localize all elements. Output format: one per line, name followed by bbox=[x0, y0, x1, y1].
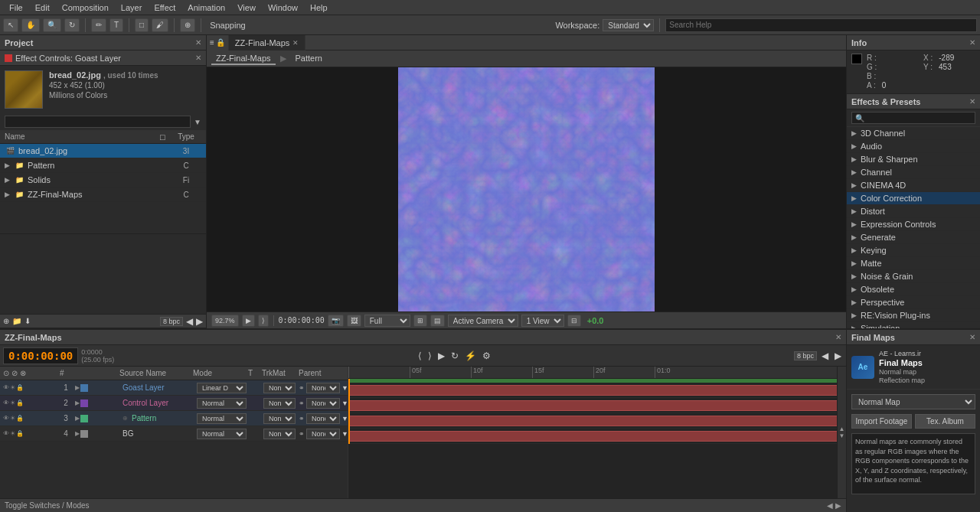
layer3-parent-select[interactable]: None bbox=[306, 413, 340, 424]
hand-tool[interactable]: ✋ bbox=[21, 18, 40, 32]
tl-nav-prev[interactable]: ◀ bbox=[820, 349, 830, 363]
layer4-mode-select[interactable]: Normal bbox=[197, 429, 247, 439]
zoom-display[interactable]: 92.7% bbox=[211, 315, 239, 327]
left-nav-prev[interactable]: ◀ bbox=[186, 316, 193, 327]
menu-effect[interactable]: Effect bbox=[148, 2, 181, 14]
layer3-link[interactable]: ⚭ bbox=[299, 415, 305, 422]
layer1-color[interactable] bbox=[80, 384, 88, 392]
effect-cinema4d[interactable]: ▶ CINEMA 4D bbox=[847, 179, 980, 192]
comp-lock-btn[interactable]: 🔒 bbox=[216, 38, 225, 47]
pen-tool[interactable]: ✏ bbox=[91, 18, 106, 32]
zoom-tool[interactable]: 🔍 bbox=[43, 18, 61, 32]
comp-subtab-zz[interactable]: ZZ-Final-Maps bbox=[211, 53, 276, 65]
effect-blur[interactable]: ▶ Blur & Sharpen bbox=[847, 153, 980, 166]
layer1-tikmat-select[interactable]: None bbox=[263, 383, 296, 393]
effect-obsolete[interactable]: ▶ Obsolete bbox=[847, 283, 980, 296]
layer3-mode[interactable]: Normal bbox=[197, 413, 249, 424]
workspace-select[interactable]: Standard bbox=[603, 19, 654, 31]
layer4-parent-select[interactable]: None bbox=[306, 429, 340, 439]
rotate-tool[interactable]: ↻ bbox=[64, 18, 80, 32]
play-btn[interactable]: ▶ bbox=[242, 315, 255, 327]
show-snapshot-btn[interactable]: 🖼 bbox=[347, 315, 361, 327]
timeline-playhead[interactable] bbox=[348, 379, 350, 444]
layer2-mode-select[interactable]: Normal bbox=[197, 398, 247, 409]
file-item-zzfinalmaps[interactable]: ▶ 📁 ZZ-Final-Maps C bbox=[0, 188, 206, 202]
file-item-pattern[interactable]: ▶ 📁 Pattern C bbox=[0, 158, 206, 173]
comp-tab-close[interactable]: ✕ bbox=[292, 39, 299, 47]
layer4-mode[interactable]: Normal bbox=[197, 429, 249, 439]
view-select[interactable]: 1 View bbox=[521, 315, 564, 327]
effect-revision[interactable]: ▶ RE:Vision Plug-ins bbox=[847, 309, 980, 322]
layer4-parent-arrow[interactable]: ▼ bbox=[341, 430, 348, 438]
tex-album-btn[interactable]: Tex. Album bbox=[915, 414, 975, 429]
toggle-switches[interactable]: Toggle Switches / Modes bbox=[5, 501, 90, 510]
layer4-eye[interactable]: 👁 bbox=[3, 430, 9, 437]
project-panel-close[interactable]: ✕ bbox=[195, 38, 201, 47]
snapshot-btn[interactable]: 📷 bbox=[328, 315, 344, 327]
tl-play[interactable]: ▶ bbox=[436, 349, 446, 363]
final-maps-close[interactable]: ✕ bbox=[969, 333, 975, 341]
layer3-expand[interactable]: ▶ bbox=[75, 415, 80, 422]
layer2-link[interactable]: ⚭ bbox=[299, 399, 305, 407]
select-tool[interactable]: ↖ bbox=[3, 18, 18, 32]
frame-step[interactable]: ⟩ bbox=[258, 315, 269, 327]
track-bar-3[interactable] bbox=[348, 416, 846, 426]
left-nav-next[interactable]: ▶ bbox=[196, 316, 203, 327]
layer2-solo[interactable]: ☀ bbox=[10, 399, 15, 406]
tl-loop[interactable]: ↻ bbox=[449, 349, 460, 363]
effect-expression[interactable]: ▶ Expression Controls bbox=[847, 218, 980, 231]
comp-subtab-pattern[interactable]: Pattern bbox=[291, 53, 327, 65]
status-nav[interactable]: ◀ ▶ bbox=[827, 501, 841, 510]
tl-prev-frame[interactable]: ⟨ bbox=[416, 349, 423, 363]
effect-controls-close[interactable]: ✕ bbox=[195, 54, 201, 62]
effect-keying[interactable]: ▶ Keying bbox=[847, 244, 980, 257]
layer3-lock[interactable]: 🔒 bbox=[16, 415, 24, 422]
effect-channel[interactable]: ▶ Channel bbox=[847, 166, 980, 179]
layer3-comp-icon[interactable]: ⊕ bbox=[122, 415, 128, 422]
menu-window[interactable]: Window bbox=[262, 2, 304, 14]
tl-ram-preview[interactable]: ⚡ bbox=[463, 349, 478, 363]
layer3-mode-select[interactable]: Normal bbox=[197, 413, 247, 424]
track-bar-4[interactable] bbox=[348, 431, 846, 442]
effect-distort[interactable]: ▶ Distort bbox=[847, 205, 980, 218]
shape-tool[interactable]: □ bbox=[135, 18, 149, 32]
layer4-lock[interactable]: 🔒 bbox=[16, 430, 24, 437]
layer1-mode-select[interactable]: Linear DNormal bbox=[197, 383, 247, 393]
text-tool[interactable]: T bbox=[109, 18, 123, 32]
timeline-close[interactable]: ✕ bbox=[835, 333, 841, 341]
camera-select[interactable]: Active Camera bbox=[448, 315, 518, 327]
grid-btn[interactable]: ⊞ bbox=[413, 315, 427, 327]
layer3-eye[interactable]: 👁 bbox=[3, 415, 9, 422]
layer2-mode[interactable]: Normal bbox=[197, 398, 249, 409]
import-icon[interactable]: ⬇ bbox=[24, 317, 31, 325]
layer3-color[interactable] bbox=[80, 415, 88, 422]
folder-icon[interactable]: 📁 bbox=[12, 317, 21, 325]
track-bar-2[interactable] bbox=[348, 400, 846, 411]
effect-color-correction[interactable]: ▶ Color Correction bbox=[847, 192, 980, 205]
puppet-tool[interactable]: ⊕ bbox=[180, 18, 195, 32]
layer2-parent-select[interactable]: None bbox=[306, 398, 340, 409]
search-dropdown[interactable]: ▼ bbox=[194, 118, 201, 126]
effect-perspective[interactable]: ▶ Perspective bbox=[847, 296, 980, 309]
tl-nav-next[interactable]: ▶ bbox=[833, 349, 843, 363]
layer2-expand[interactable]: ▶ bbox=[75, 399, 80, 407]
file-item-solids[interactable]: ▶ 📁 Solids Fi bbox=[0, 173, 206, 188]
layer2-color[interactable] bbox=[80, 399, 88, 407]
layer3-parent-arrow[interactable]: ▼ bbox=[341, 415, 348, 422]
comp-menu-btn[interactable]: ≡ bbox=[210, 38, 214, 47]
project-search-input[interactable] bbox=[5, 116, 191, 128]
effect-audio[interactable]: ▶ Audio bbox=[847, 140, 980, 153]
menu-edit[interactable]: Edit bbox=[29, 2, 56, 14]
layer1-parent-arrow[interactable]: ▼ bbox=[341, 384, 348, 392]
normal-map-select[interactable]: Normal Map Reflection Map bbox=[851, 394, 975, 409]
menu-view[interactable]: View bbox=[231, 2, 262, 14]
menu-help[interactable]: Help bbox=[304, 2, 334, 14]
layer4-link[interactable]: ⚭ bbox=[299, 430, 305, 438]
tl-settings[interactable]: ⚙ bbox=[481, 349, 492, 363]
layer4-tikmat-select[interactable]: None bbox=[263, 429, 296, 439]
layer1-lock[interactable]: 🔒 bbox=[16, 384, 24, 391]
layer3-solo[interactable]: ☀ bbox=[10, 415, 15, 422]
file-item-bread[interactable]: 🎬 bread_02.jpg 3I bbox=[0, 144, 206, 158]
effect-3d-channel[interactable]: ▶ 3D Channel bbox=[847, 127, 980, 140]
layout-btn[interactable]: ⊟ bbox=[567, 315, 581, 327]
